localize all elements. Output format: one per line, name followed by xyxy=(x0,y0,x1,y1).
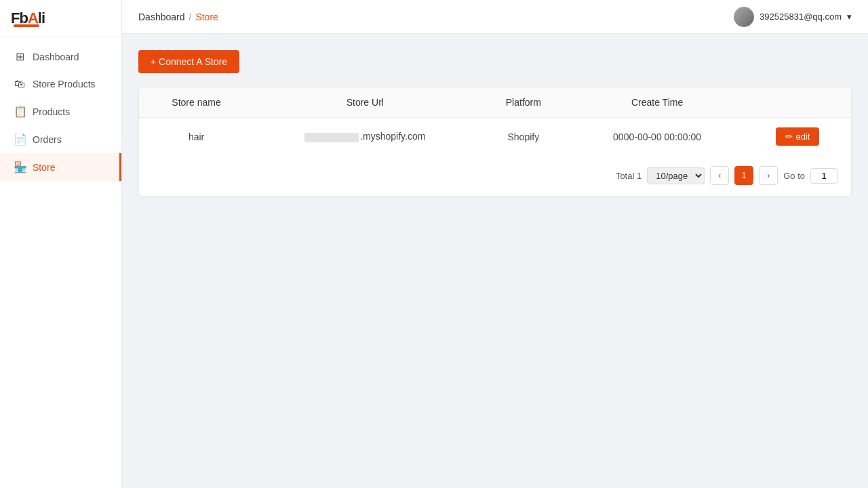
goto-label: Go to xyxy=(783,171,805,181)
store-icon: 🏪 xyxy=(14,161,26,174)
goto-input[interactable] xyxy=(810,168,837,184)
sidebar-item-orders[interactable]: 📄 Orders xyxy=(0,125,121,153)
user-email: 392525831@qq.com xyxy=(760,12,842,22)
sidebar-item-label: Products xyxy=(33,106,70,117)
cell-store-url: .myshopify.com xyxy=(254,118,476,156)
sidebar-item-products[interactable]: 📋 Products xyxy=(0,98,121,125)
sidebar-item-label: Dashboard xyxy=(33,52,79,62)
page-1-button[interactable]: 1 xyxy=(734,166,753,185)
col-platform: Platform xyxy=(477,87,571,118)
logo-area: FbAli xyxy=(0,0,121,37)
edit-label: edit xyxy=(796,131,810,142)
cell-create-time: 0000-00-00 00:00:00 xyxy=(570,118,744,156)
cell-actions: ✏ edit xyxy=(744,118,851,156)
logo: FbAli xyxy=(11,9,45,27)
store-table-card: Store name Store Url Platform Create Tim… xyxy=(138,87,852,197)
cell-platform: Shopify xyxy=(477,118,571,156)
topbar: Dashboard / Store 392525831@qq.com ▾ xyxy=(122,0,868,34)
table-header: Store name Store Url Platform Create Tim… xyxy=(139,87,851,118)
logo-underline xyxy=(14,24,39,27)
sidebar-item-dashboard[interactable]: ⊞ Dashboard xyxy=(0,43,121,70)
sidebar-item-label: Store xyxy=(33,162,55,173)
connect-store-button[interactable]: + Connect A Store xyxy=(138,50,239,73)
edit-button[interactable]: ✏ edit xyxy=(776,127,820,146)
edit-icon: ✏ xyxy=(785,131,793,142)
sidebar-item-store[interactable]: 🏪 Store xyxy=(0,153,121,181)
col-store-url: Store Url xyxy=(254,87,476,118)
orders-icon: 📄 xyxy=(14,133,26,146)
sidebar-item-label: Orders xyxy=(33,134,62,145)
sidebar-item-store-products[interactable]: 🛍 Store Products xyxy=(0,70,121,98)
col-store-name: Store name xyxy=(139,87,254,118)
table-row: hair .myshopify.com Shopify 0000-00-00 0… xyxy=(139,118,851,156)
store-table: Store name Store Url Platform Create Tim… xyxy=(139,87,851,155)
products-icon: 📋 xyxy=(14,105,26,118)
url-suffix: .myshopify.com xyxy=(360,131,425,142)
sidebar: FbAli ⊞ Dashboard 🛍 Store Products 📋 Pro… xyxy=(0,0,122,488)
breadcrumb-home[interactable]: Dashboard xyxy=(138,12,185,22)
pagination: Total 1 10/page 20/page 50/page ‹ 1 › Go… xyxy=(139,155,851,196)
next-page-button[interactable]: › xyxy=(759,166,778,185)
col-actions xyxy=(744,87,851,118)
breadcrumb-current: Store xyxy=(195,12,218,22)
user-avatar xyxy=(734,7,754,27)
cell-store-name: hair xyxy=(139,118,254,156)
main-area: Dashboard / Store 392525831@qq.com ▾ + C… xyxy=(122,0,868,488)
sidebar-nav: ⊞ Dashboard 🛍 Store Products 📋 Products … xyxy=(0,37,121,186)
breadcrumb: Dashboard / Store xyxy=(138,12,218,22)
dashboard-icon: ⊞ xyxy=(14,50,26,63)
breadcrumb-separator: / xyxy=(189,12,192,22)
sidebar-item-label: Store Products xyxy=(33,79,96,89)
page-content: + Connect A Store Store name Store Url P… xyxy=(122,34,868,488)
url-masked xyxy=(304,133,359,142)
avatar-image xyxy=(734,7,754,27)
user-menu[interactable]: 392525831@qq.com ▾ xyxy=(734,7,852,27)
prev-page-button[interactable]: ‹ xyxy=(710,166,729,185)
per-page-select[interactable]: 10/page 20/page 50/page xyxy=(647,167,705,184)
col-create-time: Create Time xyxy=(570,87,744,118)
user-dropdown-icon: ▾ xyxy=(847,12,852,22)
pagination-total: Total 1 xyxy=(616,171,642,181)
store-products-icon: 🛍 xyxy=(14,78,26,90)
table-body: hair .myshopify.com Shopify 0000-00-00 0… xyxy=(139,118,851,156)
